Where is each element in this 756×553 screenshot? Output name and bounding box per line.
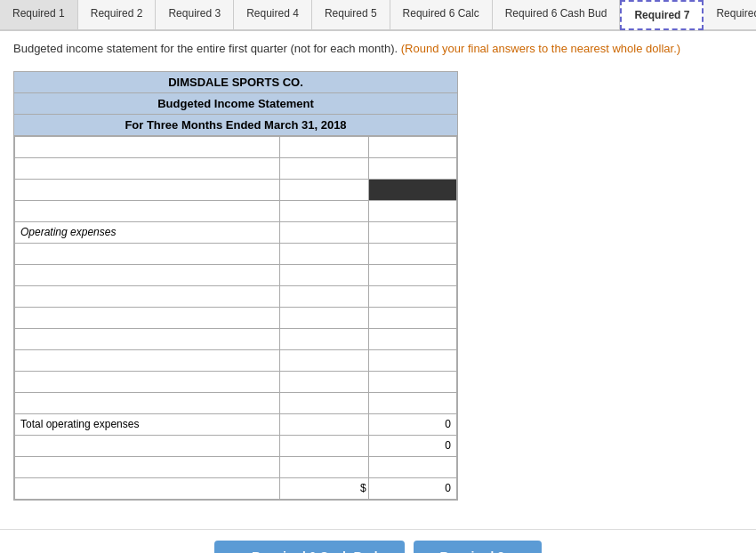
statement-title: Budgeted Income Statement [14, 93, 457, 115]
tab-required1[interactable]: Required 1 [0, 0, 78, 30]
dollar-sign-cell: $ [280, 477, 368, 499]
statement-body: Operating expenses [14, 136, 457, 500]
row3-val1-input[interactable] [286, 183, 362, 196]
row1-val2[interactable] [368, 136, 456, 157]
tab-required6calc[interactable]: Required 6 Calc [390, 0, 493, 30]
row3-label[interactable] [15, 179, 280, 200]
table-row-total-operating: Total operating expenses 0 [15, 413, 457, 435]
row6-val2[interactable] [368, 243, 456, 264]
prev-button[interactable]: < Required 6 Cash Bud [214, 541, 405, 553]
total-op-val2: 0 [368, 413, 456, 435]
main-content: Budgeted income statement for the entire… [0, 31, 756, 529]
row2-val1-input[interactable] [286, 162, 362, 174]
row1-val1-input[interactable] [286, 140, 362, 153]
row3-val1[interactable] [280, 179, 368, 200]
section-val2[interactable] [368, 221, 456, 243]
tab-required5[interactable]: Required 5 [312, 0, 390, 30]
row3-label-input[interactable] [20, 183, 274, 196]
row1-label-input[interactable] [20, 140, 274, 153]
row4-label[interactable] [15, 200, 280, 221]
table-row [15, 157, 457, 179]
table-row [15, 307, 457, 328]
row4-val1-input[interactable] [286, 204, 362, 217]
instruction-highlight: (Round your final answers to the nearest… [401, 42, 680, 55]
section-val1[interactable] [280, 221, 368, 243]
row4-label-input[interactable] [20, 204, 274, 217]
table-row [15, 328, 457, 349]
section-val1-input[interactable] [286, 226, 362, 238]
table-row [15, 349, 457, 371]
row1-val2-input[interactable] [374, 140, 451, 153]
table-row-final: $ 0 [15, 477, 457, 499]
row4-val2-input[interactable] [374, 204, 451, 217]
total-operating-label: Total operating expenses [15, 413, 280, 435]
table-row [15, 392, 457, 413]
row3-val2-dark [368, 179, 456, 200]
statement-period: For Three Months Ended March 31, 2018 [14, 115, 457, 136]
operating-expenses-label: Operating expenses [15, 221, 280, 243]
table-row [15, 456, 457, 477]
instruction-text: Budgeted income statement for the entire… [13, 40, 743, 58]
final-value: 0 [368, 477, 456, 499]
table-row-subtotal: 0 [15, 435, 457, 456]
tab-required2[interactable]: Required 2 [78, 0, 157, 30]
company-name: DIMSDALE SPORTS CO. [14, 72, 457, 93]
total-op-val1[interactable] [280, 413, 368, 435]
table-row [15, 285, 457, 307]
table-row [15, 200, 457, 221]
tab-required8[interactable]: Required 8 [704, 0, 756, 30]
row4-val2[interactable] [368, 200, 456, 221]
table-row [15, 136, 457, 157]
row4-val1[interactable] [280, 200, 368, 221]
table-row-section: Operating expenses [15, 221, 457, 243]
row1-val1[interactable] [280, 136, 368, 157]
subtotal-val: 0 [368, 435, 456, 456]
next-button[interactable]: Required 8 > [414, 541, 542, 553]
section-val2-input[interactable] [374, 226, 451, 238]
instruction-main: Budgeted income statement for the entire… [13, 42, 401, 55]
table-row [15, 243, 457, 264]
tab-required6cashbud[interactable]: Required 6 Cash Bud [493, 0, 621, 30]
table-row [15, 371, 457, 392]
tab-bar: Required 1 Required 2 Required 3 Require… [0, 0, 756, 31]
row6-val1[interactable] [280, 243, 368, 264]
row2-label-input[interactable] [20, 162, 274, 174]
tab-required3[interactable]: Required 3 [156, 0, 234, 30]
table-row [15, 179, 457, 200]
tab-required4[interactable]: Required 4 [234, 0, 312, 30]
income-statement-table: DIMSDALE SPORTS CO. Budgeted Income Stat… [13, 71, 458, 501]
row2-val2[interactable] [368, 157, 456, 179]
row1-label[interactable] [15, 136, 280, 157]
row2-label[interactable] [15, 157, 280, 179]
row6-label[interactable] [15, 243, 280, 264]
row2-val1[interactable] [280, 157, 368, 179]
bottom-nav: < Required 6 Cash Bud Required 8 > [0, 529, 756, 553]
tab-required7[interactable]: Required 7 [620, 0, 704, 30]
row2-val2-input[interactable] [374, 162, 451, 174]
table-row [15, 264, 457, 285]
